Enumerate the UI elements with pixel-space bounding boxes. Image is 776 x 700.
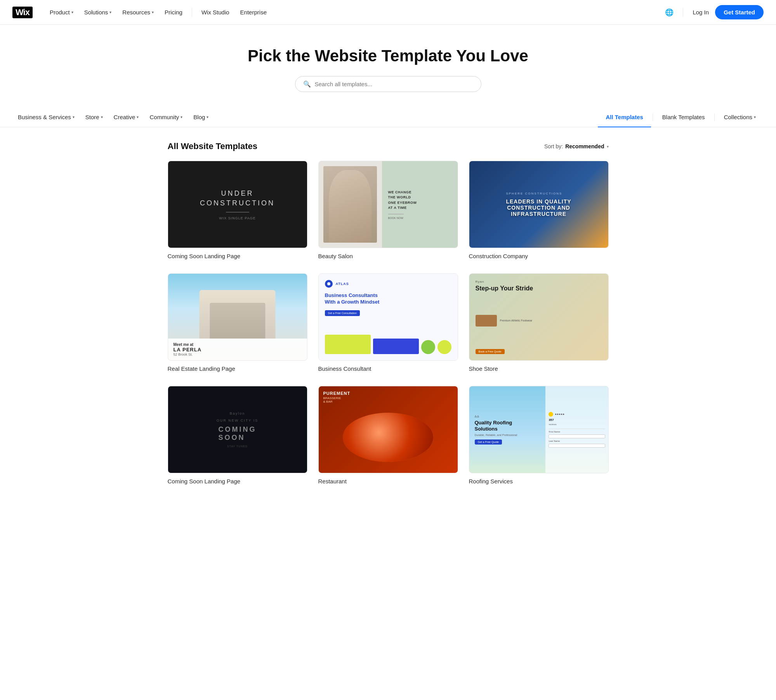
navbar: Wix Product ▾ Solutions ▾ Resources ▾ Pr…: [0, 0, 776, 25]
template-thumbnail: PUREMENT BRASSERIE& BAR: [318, 386, 458, 473]
nav-right-divider: [683, 8, 683, 17]
template-card[interactable]: Baylon OUR NEW CITY IS COMINGSOON STAY T…: [168, 386, 307, 485]
wix-logo: Wix: [12, 7, 33, 18]
cat-store-label: Store: [85, 114, 99, 120]
product-chevron-icon: ▾: [71, 10, 73, 14]
sort-label: Sort by:: [544, 143, 563, 149]
template-name: Coming Soon Landing Page: [168, 253, 307, 259]
nav-resources[interactable]: Resources ▾: [118, 6, 158, 19]
cat-blank-templates-label: Blank Templates: [662, 114, 705, 120]
template-card[interactable]: Ryan Step-up Your Stride Premium Athleti…: [469, 273, 609, 372]
category-nav: Business & Services ▾ Store ▾ Creative ▾…: [0, 108, 776, 127]
cat-community-label: Community: [149, 114, 179, 120]
hero-title: Pick the Website Template You Love: [12, 47, 764, 65]
template-card[interactable]: PUREMENT BRASSERIE& BAR Restaurant: [318, 386, 458, 485]
nav-enterprise[interactable]: Enterprise: [236, 6, 271, 19]
cat-nav-right: All Templates Blank Templates Collection…: [598, 108, 764, 127]
template-thumbnail: ATLAS Business ConsultantsWith a Growth …: [318, 273, 458, 361]
cat-sep-1: [653, 113, 653, 121]
cat-blog[interactable]: Blog ▾: [188, 108, 214, 127]
nav-enterprise-label: Enterprise: [240, 9, 267, 16]
cat-nav-left: Business & Services ▾ Store ▾ Creative ▾…: [12, 108, 598, 127]
sort-chevron-icon: ▾: [607, 144, 609, 149]
template-thumbnail: UNDERCONSTRUCTION WIX SINGLE PAGE: [168, 161, 307, 248]
template-card[interactable]: Meet me at LA PERLA 52 Brook St. Real Es…: [168, 273, 307, 372]
cat-collections[interactable]: Collections ▾: [716, 108, 764, 127]
cat-blog-label: Blog: [193, 114, 205, 120]
search-bar: 🔍: [295, 76, 481, 92]
template-name: Beauty Salon: [318, 253, 458, 259]
nav-resources-label: Resources: [122, 9, 150, 16]
template-name: Shoe Store: [469, 365, 609, 372]
nav-solutions-label: Solutions: [84, 9, 108, 16]
template-card[interactable]: SPHERE CONSTRUCTIONS LEADERS IN QUALITYC…: [469, 161, 609, 259]
main-content: All Website Templates Sort by: Recommend…: [155, 127, 621, 499]
creative-chevron-icon: ▾: [137, 115, 139, 119]
search-input[interactable]: [315, 81, 473, 87]
nav-divider: [192, 8, 192, 17]
cat-business-services[interactable]: Business & Services ▾: [12, 108, 80, 127]
nav-wix-studio-label: Wix Studio: [201, 9, 229, 16]
nav-solutions[interactable]: Solutions ▾: [80, 6, 116, 19]
cat-business-services-label: Business & Services: [18, 114, 71, 120]
section-title: All Website Templates: [168, 141, 257, 151]
nav-wix-studio[interactable]: Wix Studio: [197, 6, 234, 19]
template-card[interactable]: WE CHANGETHE WORLDONE EYEBROWAT A TIME B…: [318, 161, 458, 259]
template-card[interactable]: ATLAS Business ConsultantsWith a Growth …: [318, 273, 458, 372]
globe-icon[interactable]: 🌐: [665, 8, 674, 17]
nav-pricing-label: Pricing: [165, 9, 182, 16]
cat-blank-templates[interactable]: Blank Templates: [654, 108, 713, 127]
solutions-chevron-icon: ▾: [109, 10, 111, 14]
template-grid: UNDERCONSTRUCTION WIX SINGLE PAGE Coming…: [168, 161, 609, 485]
template-card[interactable]: UNDERCONSTRUCTION WIX SINGLE PAGE Coming…: [168, 161, 307, 259]
sort-by-control[interactable]: Sort by: Recommended ▾: [544, 143, 609, 149]
template-name: Real Estate Landing Page: [168, 365, 307, 372]
get-started-button[interactable]: Get Started: [715, 5, 764, 19]
section-header: All Website Templates Sort by: Recommend…: [168, 141, 609, 151]
sort-value: Recommended: [565, 143, 604, 149]
nav-product-label: Product: [50, 9, 70, 16]
template-name: Business Consultant: [318, 365, 458, 372]
nav-product[interactable]: Product ▾: [45, 6, 78, 19]
template-name: Construction Company: [469, 253, 609, 259]
resources-chevron-icon: ▾: [152, 10, 154, 14]
cat-collections-label: Collections: [724, 114, 752, 120]
store-chevron-icon: ▾: [101, 115, 103, 119]
login-link[interactable]: Log In: [693, 9, 709, 16]
template-thumbnail: Ryan Step-up Your Stride Premium Athleti…: [469, 273, 609, 361]
template-thumbnail: SPHERE CONSTRUCTIONS LEADERS IN QUALITYC…: [469, 161, 609, 248]
nav-pricing[interactable]: Pricing: [160, 6, 187, 19]
community-chevron-icon: ▾: [181, 115, 182, 119]
business-chevron-icon: ▾: [73, 115, 75, 119]
cat-creative[interactable]: Creative ▾: [108, 108, 144, 127]
search-icon: 🔍: [303, 80, 311, 88]
template-thumbnail: Meet me at LA PERLA 52 Brook St.: [168, 273, 307, 361]
cat-sep-2: [714, 113, 715, 121]
cat-all-templates-label: All Templates: [606, 114, 643, 120]
collections-chevron-icon: ▾: [754, 115, 756, 119]
cat-community[interactable]: Community ▾: [144, 108, 188, 127]
template-thumbnail: ΔΔ Quality RoofingSolutions Durable, Rel…: [469, 386, 609, 473]
navbar-right: 🌐 Log In Get Started: [665, 5, 764, 19]
template-name: Restaurant: [318, 478, 458, 485]
cat-all-templates[interactable]: All Templates: [598, 108, 651, 127]
template-thumbnail: WE CHANGETHE WORLDONE EYEBROWAT A TIME B…: [318, 161, 458, 248]
template-name: Roofing Services: [469, 478, 609, 485]
template-thumbnail: Baylon OUR NEW CITY IS COMINGSOON STAY T…: [168, 386, 307, 473]
template-card[interactable]: ΔΔ Quality RoofingSolutions Durable, Rel…: [469, 386, 609, 485]
navbar-links: Product ▾ Solutions ▾ Resources ▾ Pricin…: [45, 6, 665, 19]
blog-chevron-icon: ▾: [207, 115, 208, 119]
template-name: Coming Soon Landing Page: [168, 478, 307, 485]
cat-creative-label: Creative: [114, 114, 135, 120]
cat-store[interactable]: Store ▾: [80, 108, 108, 127]
hero-section: Pick the Website Template You Love 🔍: [0, 25, 776, 108]
